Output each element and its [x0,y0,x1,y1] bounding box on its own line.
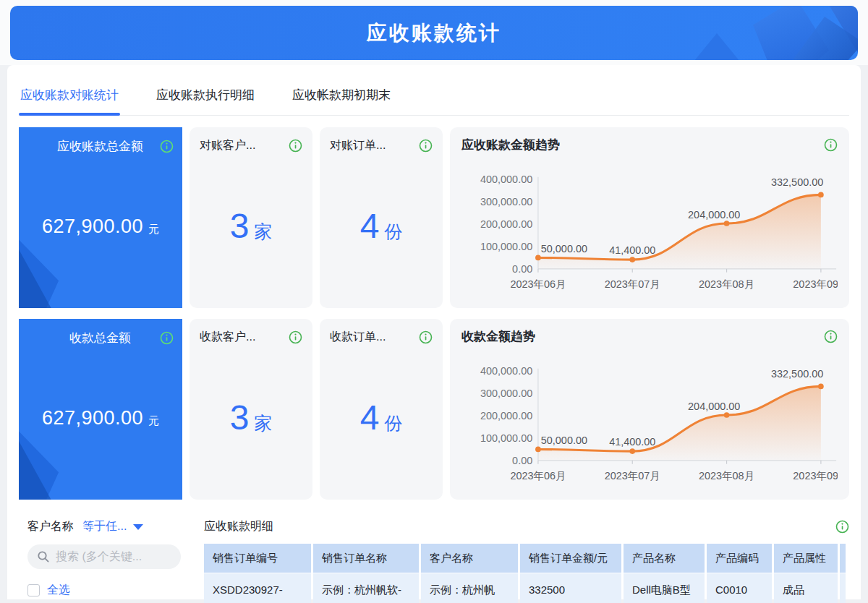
info-icon[interactable] [289,330,302,344]
svg-text:2023年09月: 2023年09月 [793,278,838,290]
clipped-column-sliver [840,544,846,573]
table-cell: 示例：杭州帆软- [313,573,419,603]
svg-text:2023年06月: 2023年06月 [510,470,566,482]
info-icon[interactable] [419,330,433,344]
stat-unit: 份 [384,400,402,435]
svg-text:200,000.00: 200,000.00 [480,218,532,230]
table-cell: 成品 [774,573,838,603]
table-header-cell: 产品属性 [774,544,838,573]
svg-text:332,500.00: 332,500.00 [771,368,823,380]
svg-text:41,400.00: 41,400.00 [609,244,655,256]
chart-title: 收款金额趋势 [461,328,535,345]
banner-decoration [777,17,858,60]
line-chart: 0.00100,000.00200,000.00300,000.00400,00… [461,346,838,495]
collection-orders-card: 收款订单... 4 份 [320,319,443,500]
filter-operator-value: 等于任... [82,519,127,534]
table-title: 应收账款明细 [204,519,273,534]
metric-unit: 元 [148,217,159,236]
table-header-cell: 销售订单编号 [204,544,311,573]
info-icon[interactable] [160,331,174,345]
svg-text:50,000.00: 50,000.00 [541,435,587,446]
collection-customers-card: 收款客户... 3 家 [190,319,312,500]
tab-label: 应收账款对账统计 [20,88,119,102]
svg-text:50,000.00: 50,000.00 [541,243,587,255]
table-header-cell: 销售订单名称 [313,544,419,573]
kpi-row-collection: 收款总金额 627,900.00 元 收款客户... [19,319,849,500]
svg-text:2023年07月: 2023年07月 [605,278,660,290]
svg-text:0.00: 0.00 [512,455,532,466]
table-header-cell: 产品名称 [624,544,705,573]
search-input[interactable] [56,550,164,563]
receivable-detail-panel: 应收账款明细 销售订单编号销售订单名称客户名称销售订单金额/元产品名称产品编码产… [204,518,849,603]
stat-unit: 份 [384,208,402,244]
clipped-column-sliver [840,573,846,603]
tab-label: 应收账款执行明细 [156,88,255,102]
card-title: 收款客户... [200,330,255,345]
svg-text:400,000.00: 400,000.00 [480,365,532,377]
svg-text:2023年07月: 2023年07月 [605,470,660,482]
page-banner: 应收账款统计 [10,6,858,60]
stat-value: 4 [360,398,380,437]
select-all-checkbox[interactable] [27,584,40,596]
banner-decoration [757,6,858,60]
kpi-row-receivable: 应收账款总金额 627,900.00 元 对账客户... [19,127,849,308]
table-header-cell: 客户名称 [421,544,518,573]
banner-decoration [684,33,749,60]
svg-text:204,000.00: 204,000.00 [688,401,740,412]
receivable-detail-table[interactable]: 销售订单编号销售订单名称客户名称销售订单金额/元产品名称产品编码产品属性XSDD… [204,544,849,603]
svg-text:2023年06月: 2023年06月 [510,278,566,290]
stat-unit: 家 [254,400,272,435]
svg-text:41,400.00: 41,400.00 [609,436,655,448]
stat-value: 3 [230,398,250,437]
info-icon[interactable] [160,140,174,153]
svg-text:0.00: 0.00 [512,263,532,275]
card-title: 对账客户... [200,138,255,153]
table-cell: 332500 [520,573,621,603]
collection-trend-chart-card: 收款金额趋势 0.00100,000.00200,000.00300,000.0… [450,319,849,500]
chart-title: 应收账款金额趋势 [461,137,560,153]
info-icon[interactable] [419,139,433,153]
tab-execution-detail[interactable]: 应收账款执行明细 [155,72,256,115]
table-cell: 示例：杭州帆 [421,573,518,603]
info-icon[interactable] [289,139,302,153]
info-icon[interactable] [835,520,849,534]
dashboard-app: 应收账款统计 应收账款对账统计 应收账款执行明细 应收帐款期初期末 应收账款总金… [0,0,868,603]
select-all-control[interactable]: 全选 [27,583,181,598]
svg-text:204,000.00: 204,000.00 [688,209,740,221]
table-header-cell: 销售订单金额/元 [520,544,621,573]
svg-text:2023年08月: 2023年08月 [699,278,754,290]
table-cell: C0010 [707,573,772,603]
card-title: 应收账款总金额 [27,138,160,155]
card-title: 收款总金额 [27,330,160,346]
svg-text:100,000.00: 100,000.00 [480,241,532,252]
receivable-total-card: 应收账款总金额 627,900.00 元 [19,127,182,308]
metric-unit: 元 [148,409,159,428]
detail-section: 客户名称 等于任... 全选 [19,518,849,603]
reconciled-orders-card: 对账订单... 4 份 [320,127,443,308]
filter-operator-dropdown[interactable]: 等于任... [82,519,143,534]
customer-filter-panel: 客户名称 等于任... 全选 [19,518,181,603]
table-header-cell: 产品编码 [707,544,772,573]
svg-text:200,000.00: 200,000.00 [480,410,532,422]
page-title: 应收账款统计 [367,20,501,47]
card-title: 对账订单... [330,138,386,153]
customer-search-box [27,544,181,569]
metric-value: 627,900.00 [42,215,143,238]
svg-text:300,000.00: 300,000.00 [480,196,532,208]
svg-text:2023年08月: 2023年08月 [699,470,754,482]
collection-total-card: 收款总金额 627,900.00 元 [19,319,182,500]
tab-opening-closing[interactable]: 应收帐款期初期末 [291,72,392,115]
info-icon[interactable] [824,138,838,152]
line-chart: 0.00100,000.00200,000.00300,000.00400,00… [461,155,838,304]
filter-field-label: 客户名称 [27,519,74,534]
receivable-trend-chart-card: 应收账款金额趋势 0.00100,000.00200,000.00300,000… [450,127,849,308]
svg-text:400,000.00: 400,000.00 [480,174,532,185]
table-cell: XSDD230927- [204,573,311,603]
card-title: 收款订单... [330,330,386,345]
tab-bar: 应收账款对账统计 应收账款执行明细 应收帐款期初期末 [19,65,849,116]
svg-text:332,500.00: 332,500.00 [771,176,823,188]
tab-reconciliation-stats[interactable]: 应收账款对账统计 [19,72,120,115]
info-icon[interactable] [824,330,838,343]
stat-unit: 家 [254,208,272,244]
stat-value: 3 [230,206,250,246]
